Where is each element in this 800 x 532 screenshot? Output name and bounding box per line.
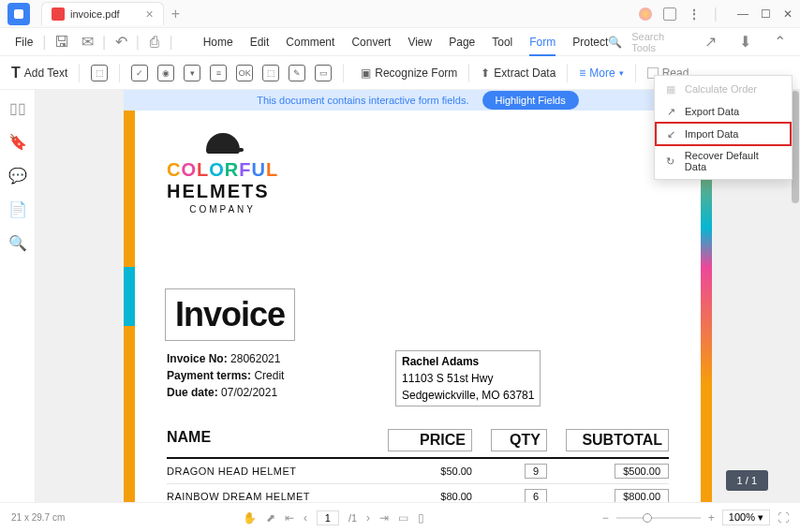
maximize-button[interactable]: ☐ xyxy=(759,7,772,21)
next-page-icon[interactable]: › xyxy=(366,511,370,525)
save-icon[interactable]: 🖫 xyxy=(54,35,69,50)
th-qty[interactable]: QTY xyxy=(491,429,547,451)
menu-edit[interactable]: Edit xyxy=(250,36,270,49)
invoice-title-box: Invoice xyxy=(165,288,295,341)
th-subtotal[interactable]: SUBTOTAL xyxy=(566,429,669,451)
last-page-icon[interactable]: ⇥ xyxy=(379,511,389,525)
menu-protect[interactable]: Protect xyxy=(572,36,608,49)
logo-word2: HELMETS xyxy=(167,181,278,202)
signature-field-icon[interactable]: ✎ xyxy=(289,65,305,81)
zoom-slider-thumb[interactable] xyxy=(643,513,652,523)
bookmarks-icon[interactable]: 🔖 xyxy=(9,133,26,150)
close-window-button[interactable]: ✕ xyxy=(781,7,794,21)
recognize-form-button[interactable]: ▣ Recognize Form xyxy=(361,66,457,80)
th-price[interactable]: PRICE xyxy=(388,429,472,451)
comments-icon[interactable]: 💬 xyxy=(9,167,26,184)
search-icon[interactable]: 🔍 xyxy=(608,36,622,49)
date-field-icon[interactable]: ▭ xyxy=(315,65,332,81)
combo-field-icon[interactable]: ▾ xyxy=(184,65,200,81)
table-header: NAME PRICE QTY SUBTOTAL xyxy=(167,429,669,459)
fullscreen-icon[interactable]: ⛶ xyxy=(778,511,789,525)
logo-word3: COMPANY xyxy=(167,204,278,214)
page: COLORFUL HELMETS COMPANY Invoice Invoice… xyxy=(124,111,712,502)
radio-field-icon[interactable]: ◉ xyxy=(157,65,174,81)
scrollbar-thumb[interactable] xyxy=(792,91,799,203)
table-row: RAINBOW DREAM HELMET $80.00 6 $800.00 xyxy=(167,484,669,502)
thumbnails-icon[interactable]: ▯▯ xyxy=(9,99,26,116)
fit-page-icon[interactable]: ▯ xyxy=(418,511,424,525)
left-sidebar: ▯▯ 🔖 💬 📄 🔍 xyxy=(0,90,36,502)
file-menu[interactable]: File xyxy=(7,32,40,52)
search-panel-icon[interactable]: 🔍 xyxy=(9,234,26,251)
search-tools-input[interactable]: Search Tools xyxy=(631,31,688,53)
print-icon[interactable]: ⎙ xyxy=(147,35,162,50)
customer-box[interactable]: Rachel Adams 11103 S 51st Hwy Sedgewickv… xyxy=(395,350,541,406)
invoice-details: Invoice No: 28062021 Payment terms: Cred… xyxy=(167,350,284,401)
extract-data-button[interactable]: ⬆ Extract Data xyxy=(481,66,556,80)
helmet-icon xyxy=(206,133,240,154)
item-subtotal[interactable]: $800.00 xyxy=(566,491,669,502)
app-icon[interactable] xyxy=(7,3,30,25)
invoice-table: NAME PRICE QTY SUBTOTAL DRAGON HEAD HELM… xyxy=(167,429,669,502)
item-qty[interactable]: 9 xyxy=(491,466,547,477)
company-logo: COLORFUL HELMETS COMPANY xyxy=(167,133,278,214)
new-tab-button[interactable]: + xyxy=(171,6,180,22)
prev-page-icon[interactable]: ‹ xyxy=(304,511,307,525)
mail-icon[interactable]: ✉ xyxy=(81,35,96,50)
menu-tool[interactable]: Tool xyxy=(492,36,512,49)
collapse-icon[interactable]: ⌃ xyxy=(773,35,787,50)
document-tab[interactable]: invoice.pdf × xyxy=(41,2,164,25)
more-options-icon[interactable]: ⋮ xyxy=(688,7,701,22)
tab-title: invoice.pdf xyxy=(70,8,120,20)
list-field-icon[interactable]: ≡ xyxy=(210,65,227,81)
hand-tool-icon[interactable]: ✋ xyxy=(243,511,257,525)
page-dimensions: 21 x 29.7 cm xyxy=(11,512,65,523)
recover-icon: ↻ xyxy=(664,155,677,168)
menu-view[interactable]: View xyxy=(407,36,432,49)
highlight-fields-button[interactable]: Highlight Fields xyxy=(482,91,579,110)
attachments-icon[interactable]: 📄 xyxy=(9,200,26,217)
form-banner: This document contains interactive form … xyxy=(124,90,712,111)
menu-convert[interactable]: Convert xyxy=(351,36,391,49)
more-button[interactable]: ≡ More ▾ xyxy=(579,66,623,80)
zoom-in-icon[interactable]: + xyxy=(708,511,715,525)
select-tool-icon[interactable]: ⬈ xyxy=(266,511,275,525)
dd-import-data[interactable]: ↙ Import Data xyxy=(655,122,792,146)
menu-form[interactable]: Form xyxy=(529,36,556,56)
calculator-icon: ▦ xyxy=(664,82,677,96)
dd-export-data[interactable]: ↗ Export Data xyxy=(655,100,792,123)
logo-word1: COLORFUL xyxy=(167,159,278,181)
menu-page[interactable]: Page xyxy=(449,36,475,49)
page-total: /1 xyxy=(348,512,357,524)
zoom-slider[interactable] xyxy=(616,517,701,519)
invoice-title: Invoice xyxy=(175,295,285,334)
cloud-icon[interactable] xyxy=(639,7,652,21)
menu-comment[interactable]: Comment xyxy=(286,36,334,49)
undo-icon[interactable]: ↶ xyxy=(113,35,128,50)
checkbox-field-icon[interactable]: ✓ xyxy=(131,65,148,81)
more-dropdown: ▦ Calculate Order ↗ Export Data ↙ Import… xyxy=(654,75,793,180)
cloud-download-icon[interactable]: ⬇ xyxy=(738,35,752,50)
add-text-button[interactable]: T Add Text xyxy=(11,65,67,81)
zoom-percent[interactable]: 100% ▾ xyxy=(722,510,770,525)
item-subtotal[interactable]: $500.00 xyxy=(566,466,669,477)
fit-width-icon[interactable]: ▭ xyxy=(398,511,408,525)
text-field-icon[interactable]: ⬚ xyxy=(91,65,108,81)
zoom-out-icon[interactable]: − xyxy=(602,511,609,525)
menu-home[interactable]: Home xyxy=(203,36,233,49)
expand-icon[interactable] xyxy=(663,7,676,21)
close-tab-icon[interactable]: × xyxy=(146,7,154,22)
pdf-icon xyxy=(52,7,65,21)
share-icon[interactable]: ↗ xyxy=(703,35,717,50)
item-price: $50.00 xyxy=(388,466,472,477)
first-page-icon[interactable]: ⇤ xyxy=(285,511,294,525)
dd-recover-default[interactable]: ↻ Recover Default Data xyxy=(655,145,792,177)
item-qty[interactable]: 6 xyxy=(491,491,547,502)
minimize-button[interactable]: — xyxy=(736,7,749,21)
image-field-icon[interactable]: ⬚ xyxy=(262,65,279,81)
button-field-icon[interactable]: OK xyxy=(236,65,253,81)
banner-text: This document contains interactive form … xyxy=(257,95,468,106)
page-number-input[interactable] xyxy=(317,510,339,525)
page-indicator: 1 / 1 xyxy=(726,470,768,491)
item-price: $80.00 xyxy=(388,491,472,502)
